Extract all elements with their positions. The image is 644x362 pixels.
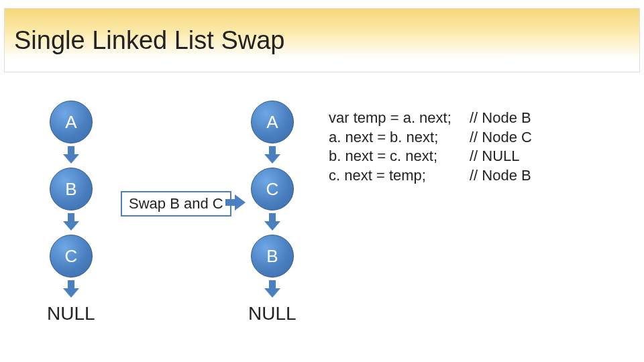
null-after: NULL	[248, 303, 297, 324]
code-comment: // Node B	[470, 109, 531, 128]
node-label: B	[65, 179, 76, 200]
swap-label-text: Swap B and C	[129, 195, 223, 212]
null-before: NULL	[47, 303, 95, 324]
node-b-after: B	[251, 235, 294, 278]
code-block: var temp = a. next; // Node B a. next = …	[329, 109, 532, 185]
code-line: a. next = b. next; // Node C	[329, 128, 532, 147]
arrow-down-icon	[265, 146, 280, 164]
node-a-before: A	[50, 101, 93, 143]
code-line: c. next = temp; // Node B	[329, 166, 532, 186]
node-c-before: C	[50, 235, 93, 278]
arrow-down-icon	[265, 280, 280, 298]
code-stmt: var temp = a. next;	[329, 109, 470, 128]
node-label: C	[64, 246, 77, 267]
node-label: A	[65, 112, 76, 133]
node-label: B	[266, 246, 278, 267]
node-label: C	[266, 179, 278, 200]
arrow-down-icon	[64, 280, 78, 298]
code-stmt: b. next = c. next;	[329, 147, 470, 166]
arrow-down-icon	[64, 213, 78, 231]
title-banner: Single Linked List Swap	[4, 8, 640, 72]
list-after: A C B NULL	[248, 101, 297, 324]
code-comment: // Node C	[470, 128, 532, 147]
node-b-before: B	[50, 168, 93, 210]
code-stmt: c. next = temp;	[329, 166, 470, 186]
list-before: A B C NULL	[47, 101, 95, 324]
code-comment: // Node B	[470, 166, 531, 186]
arrow-down-icon	[265, 213, 280, 231]
arrow-down-icon	[64, 146, 78, 164]
swap-label-box: Swap B and C	[121, 191, 231, 217]
diagram-area: A B C NULL Swap B and C A C B NULL var t…	[0, 94, 644, 362]
node-a-after: A	[251, 101, 294, 143]
slide-title: Single Linked List Swap	[14, 26, 284, 55]
code-line: var temp = a. next; // Node B	[329, 109, 532, 128]
code-stmt: a. next = b. next;	[329, 128, 470, 147]
arrow-right-icon	[225, 194, 247, 210]
node-c-after: C	[251, 168, 294, 210]
node-label: A	[266, 112, 278, 133]
code-comment: // NULL	[470, 147, 520, 166]
code-line: b. next = c. next; // NULL	[329, 147, 532, 166]
